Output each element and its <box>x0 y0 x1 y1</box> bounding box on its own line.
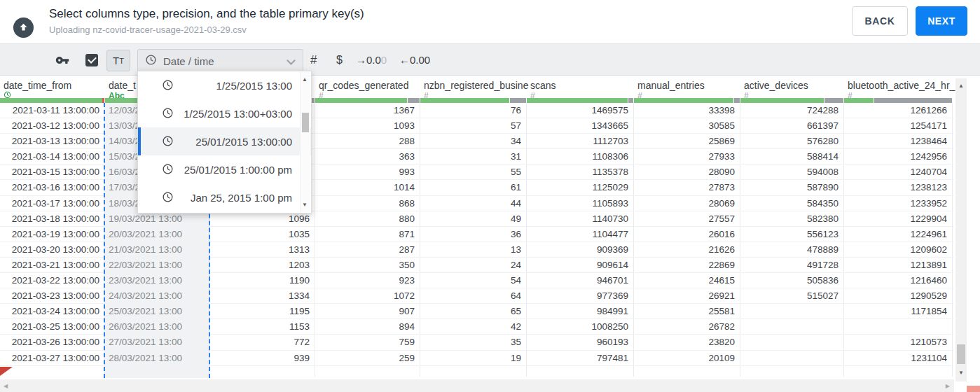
table-cell[interactable]: 1367 <box>315 103 420 118</box>
vertical-scrollbar[interactable]: ▲ ▼ <box>955 78 967 382</box>
table-cell[interactable]: 64 <box>420 288 527 304</box>
table-cell[interactable]: 363 <box>315 149 420 164</box>
table-cell[interactable]: 1229904 <box>844 211 953 227</box>
table-cell[interactable]: 797481 <box>527 351 634 366</box>
table-cell[interactable]: 55 <box>420 164 527 180</box>
table-cell[interactable] <box>740 351 844 366</box>
table-cell[interactable]: 2021-03-17 13:00:00 <box>0 196 105 211</box>
table-cell[interactable]: 26/03/2021 13:00 <box>105 319 210 335</box>
table-cell[interactable]: 977369 <box>527 288 634 304</box>
table-cell[interactable]: 594008 <box>740 164 844 180</box>
format-option[interactable]: 1/25/2015 13:00+03:00 <box>138 99 311 127</box>
primary-key-icon[interactable] <box>55 53 70 70</box>
column-header-scans[interactable]: scans <box>530 80 556 91</box>
table-cell[interactable]: 946701 <box>527 273 634 288</box>
table-cell[interactable]: 576280 <box>740 134 844 149</box>
table-cell[interactable]: 909614 <box>527 258 634 273</box>
table-cell[interactable]: 1203 <box>210 258 315 273</box>
table-cell[interactable]: 894 <box>315 319 420 335</box>
table-cell[interactable]: 724288 <box>740 103 844 118</box>
table-cell[interactable]: 25869 <box>634 134 740 149</box>
table-cell[interactable]: 23/03/2021 13:00 <box>105 273 210 288</box>
table-cell[interactable]: 2021-03-21 13:00:00 <box>0 258 105 273</box>
table-cell[interactable]: 871 <box>315 227 420 242</box>
next-button[interactable]: NEXT <box>916 6 967 36</box>
table-cell[interactable]: 2021-03-16 13:00:00 <box>0 180 105 195</box>
column-header-date_t[interactable]: date_t <box>109 80 136 91</box>
scroll-left-icon[interactable]: ◀ <box>4 383 8 389</box>
table-cell[interactable]: 21626 <box>634 242 740 258</box>
table-cell[interactable]: 2021-03-13 13:00:00 <box>0 134 105 149</box>
column-header-bluetooth_active_24_hr_[interactable]: bluetooth_active_24_hr_ <box>848 80 955 91</box>
table-cell[interactable]: 36 <box>420 227 527 242</box>
table-cell[interactable]: 1240704 <box>844 164 953 180</box>
table-cell[interactable]: 1231104 <box>844 351 953 366</box>
table-cell[interactable]: 288 <box>315 134 420 149</box>
table-cell[interactable]: 21/03/2021 13:00 <box>105 242 210 258</box>
table-cell[interactable]: 1213891 <box>844 258 953 273</box>
table-cell[interactable]: 2021-03-15 13:00:00 <box>0 164 105 180</box>
table-cell[interactable]: 76 <box>420 103 527 118</box>
table-cell[interactable]: 1093 <box>315 118 420 134</box>
table-cell[interactable]: 491728 <box>740 258 844 273</box>
table-cell[interactable]: 1104477 <box>527 227 634 242</box>
table-cell[interactable]: 1035 <box>210 227 315 242</box>
format-option[interactable]: 25/01/2015 1:00:00 pm <box>138 155 311 183</box>
table-cell[interactable]: 1290529 <box>844 288 953 304</box>
format-option[interactable]: 25/01/2015 13:00:00 <box>138 127 311 155</box>
table-cell[interactable]: 1469575 <box>527 103 634 118</box>
table-cell[interactable]: 26921 <box>634 288 740 304</box>
table-cell[interactable] <box>740 304 844 319</box>
table-cell[interactable]: 1195 <box>210 304 315 319</box>
scroll-up-icon[interactable]: ▲ <box>302 76 308 83</box>
table-cell[interactable] <box>740 335 844 350</box>
table-cell[interactable]: 28069 <box>634 196 740 211</box>
table-cell[interactable]: 2021-03-22 13:00:00 <box>0 273 105 288</box>
table-cell[interactable]: 22869 <box>634 258 740 273</box>
decimal-increase-button[interactable]: ←0.00 <box>399 52 430 68</box>
table-cell[interactable]: 27/03/2021 13:00 <box>105 335 210 350</box>
table-cell[interactable]: 1140730 <box>527 211 634 227</box>
table-cell[interactable]: 923 <box>315 273 420 288</box>
currency-type-button[interactable]: $ <box>336 52 343 68</box>
include-column-checkbox[interactable] <box>85 54 98 66</box>
table-cell[interactable]: 2021-03-19 13:00:00 <box>0 227 105 242</box>
table-cell[interactable]: 35 <box>420 335 527 350</box>
table-cell[interactable]: 1242956 <box>844 149 953 164</box>
table-cell[interactable]: 1209602 <box>844 242 953 258</box>
numeric-type-button[interactable]: # <box>310 52 317 68</box>
table-cell[interactable]: 22/03/2021 13:00 <box>105 258 210 273</box>
table-cell[interactable]: 1008250 <box>527 319 634 335</box>
table-cell[interactable]: 772 <box>210 335 315 350</box>
table-cell[interactable]: 24615 <box>634 273 740 288</box>
table-cell[interactable]: 27873 <box>634 180 740 195</box>
table-cell[interactable]: 20/03/2021 13:00 <box>105 227 210 242</box>
table-cell[interactable]: 939 <box>210 351 315 366</box>
scroll-down-icon[interactable]: ▼ <box>302 202 308 208</box>
table-cell[interactable]: 1224961 <box>844 227 953 242</box>
table-cell[interactable]: 287 <box>315 242 420 258</box>
column-header-nzbn_registered_busine[interactable]: nzbn_registered_busine <box>424 80 528 91</box>
table-cell[interactable]: 20109 <box>634 351 740 366</box>
column-header-active_devices[interactable]: active_devices <box>744 80 808 91</box>
table-cell[interactable]: 34 <box>420 134 527 149</box>
table-cell[interactable]: 1210573 <box>844 335 953 350</box>
table-cell[interactable]: 556123 <box>740 227 844 242</box>
table-cell[interactable]: 587890 <box>740 180 844 195</box>
table-cell[interactable]: 1334 <box>210 288 315 304</box>
table-cell[interactable]: 907 <box>315 304 420 319</box>
table-cell[interactable]: 661397 <box>740 118 844 134</box>
dropdown-scrollbar[interactable]: ▲ ▼ <box>300 72 310 212</box>
table-cell[interactable]: 2021-03-18 13:00:00 <box>0 211 105 227</box>
table-cell[interactable] <box>740 319 844 335</box>
table-cell[interactable]: 28090 <box>634 164 740 180</box>
table-cell[interactable]: 868 <box>315 196 420 211</box>
table-cell[interactable]: 1190 <box>210 273 315 288</box>
table-cell[interactable]: 1254171 <box>844 118 953 134</box>
table-cell[interactable]: 2021-03-25 13:00:00 <box>0 319 105 335</box>
table-cell[interactable]: 25581 <box>634 304 740 319</box>
table-cell[interactable]: 27557 <box>634 211 740 227</box>
table-cell[interactable]: 1135378 <box>527 164 634 180</box>
scroll-up-icon[interactable]: ▲ <box>958 83 964 89</box>
scroll-down-icon[interactable]: ▼ <box>958 370 964 376</box>
